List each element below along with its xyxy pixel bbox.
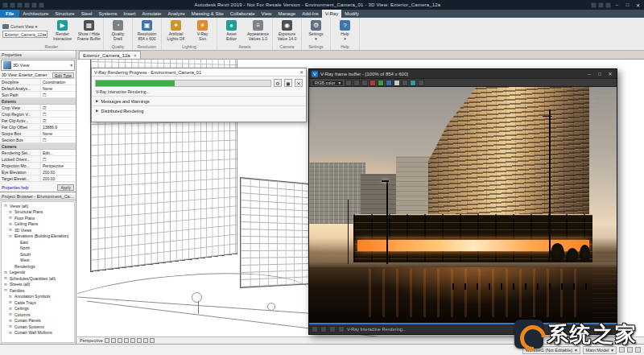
blue-channel-icon[interactable] [386,80,392,86]
expand-icon[interactable]: ⊞ [8,210,13,214]
tree-item-ceilings[interactable]: ⊞Ceilings [2,306,74,312]
resolution-button[interactable]: ▣ Resolution 854 x 600 [134,19,159,43]
properties-header[interactable]: Properties [0,51,76,59]
property-row-default-analysis[interactable]: Default Analys...None [0,85,76,92]
render-interactive-button[interactable]: ▶ Render Interactive [50,19,75,43]
frame-buffer-title-bar[interactable]: V V-Ray frame buffer - [100% of 854 x 60… [309,69,617,78]
tab-architecture[interactable]: Architecture [19,10,52,18]
checkbox[interactable]: ☐ [40,137,76,142]
sign-in-icon[interactable] [598,2,604,8]
reveal-hidden-icon[interactable] [150,338,155,343]
settings-button[interactable]: ⚙ Settings ▾ [303,19,328,43]
property-row-eye-elevation[interactable]: Eye Elevation200.00 [0,169,76,175]
asset-editor-button[interactable]: ● Asset Editor [219,19,244,43]
expand-icon[interactable]: ⊞ [8,228,13,232]
tree-item-legends[interactable]: ⊞Legends [2,270,74,276]
edit-type-button[interactable]: Edit Type [52,72,74,78]
tab-systems[interactable]: Systems [95,10,120,18]
close-icon[interactable]: ✕ [606,70,614,77]
tab-collaborate[interactable]: Collaborate [227,10,258,18]
tree-item-curtain-panels[interactable]: ⊞Curtain Panels [2,318,74,324]
property-row-scope-box[interactable]: Scope BoxNone [0,130,76,137]
tree-item-cable-trays[interactable]: ⊞Cable Trays [2,299,74,306]
current-view-selector[interactable]: Current View▾ Exterior_Camera_12a▾ [2,19,48,43]
redo-icon[interactable] [31,2,37,8]
appearance-values-button[interactable]: ≡ Appearance Values 1.0 [246,19,270,43]
crop-view-icon[interactable] [130,338,135,343]
tree-item-south[interactable]: South [2,251,74,258]
tab-massing-site[interactable]: Massing & Site [188,10,227,18]
checkbox[interactable]: ☐ [40,111,76,117]
print-icon[interactable] [39,2,44,8]
tab-file[interactable]: File [0,10,19,18]
undo-icon[interactable] [24,2,30,8]
expand-icon[interactable]: ⊞ [8,324,13,328]
expand-icon[interactable]: ⊞ [8,312,13,316]
tree-item-curtain-systems[interactable]: ⊞Curtain Systems [2,324,74,330]
tree-item-north[interactable]: North [2,246,74,252]
tree-item-families[interactable]: ⊟Families [2,287,74,294]
tree-item-schedules[interactable]: ⊞Schedules/Quantities (all) [2,275,74,282]
apply-button[interactable]: Apply [57,184,74,191]
tab-steel[interactable]: Steel [78,10,96,18]
save-icon[interactable] [17,2,23,8]
expand-icon[interactable]: ⊞ [3,283,8,287]
temporary-hide-icon[interactable] [143,338,148,343]
history-icon[interactable] [329,326,336,332]
lens-effects-icon[interactable] [338,326,345,332]
expand-icon[interactable]: ⊞ [8,331,13,335]
expand-icon[interactable]: ⊞ [3,276,8,280]
current-view-dropdown[interactable]: Exterior_Camera_12a▾ [2,31,47,38]
gear-icon[interactable]: ⚙ [274,79,282,87]
vray-sun-button[interactable]: ☀ V-Ray Sun [190,19,215,43]
tab-structure[interactable]: Structure [52,10,77,18]
tree-item-west[interactable]: West [2,258,74,264]
tab-annotate[interactable]: Annotate [138,10,164,18]
property-row-crop-region[interactable]: Crop Region V...☐ [0,111,76,118]
show-hide-frame-buffer-button[interactable]: ▦ Show / Hide Frame Buffer [76,19,101,43]
checkbox[interactable]: ☑ [40,118,76,123]
expand-icon[interactable]: ⊞ [3,270,8,275]
type-selector[interactable]: 3D View ▾ [1,60,75,71]
expand-icon[interactable]: ⊞ [8,307,13,311]
checkbox[interactable]: ☐ [40,156,76,162]
restore-button[interactable]: □ [623,2,632,9]
property-row-far-clip-active[interactable]: Far Clip Activ...☑ [0,118,76,124]
tree-item-structural-plans[interactable]: ⊞Structural Plans [2,209,74,216]
close-icon[interactable]: ✕ [299,69,303,75]
tree-item-floor-plans[interactable]: ⊞Floor Plans [2,215,74,221]
visual-style-icon[interactable] [105,338,109,343]
close-view-tab-icon[interactable]: ✕ [134,53,137,58]
checkbox[interactable]: ☐ [40,92,76,97]
tree-item-renderings[interactable]: Renderings [2,263,74,270]
open-icon[interactable] [10,2,15,8]
close-button[interactable]: ✕ [634,2,642,9]
checkbox[interactable]: ☑ [40,105,76,110]
search-icon[interactable] [591,2,597,8]
tab-view[interactable]: View [258,10,275,18]
exposure-value-button[interactable]: ◉ Exposure Value 14.0 [275,19,299,43]
expand-icon[interactable]: ⊞ [8,295,13,299]
distributed-rendering-section[interactable]: ▶ Distributed Rendering [92,105,306,115]
red-channel-icon[interactable] [369,80,376,86]
collapse-icon[interactable]: ⊟ [3,204,8,208]
tree-item-columns[interactable]: ⊞Columns [2,312,74,318]
collapse-icon[interactable]: ⊟ [8,234,13,238]
clear-log-icon[interactable]: ✕ [295,79,303,87]
tab-vray[interactable]: V-Ray [322,10,341,18]
pause-icon[interactable] [320,326,327,332]
rendering-dialog-icon[interactable] [124,338,129,343]
tab-insert[interactable]: Insert [120,10,138,18]
stop-render-icon[interactable]: ◼ [284,79,292,87]
property-row-crop-view[interactable]: Crop View☑ [0,105,76,111]
tree-item-annotation-symbols[interactable]: ⊞Annotation Symbols [2,294,74,300]
property-row-far-clip-offset[interactable]: Far Clip Offset13886.9 [0,124,76,130]
crop-region-icon[interactable] [137,338,142,343]
color-correction-icon[interactable] [410,80,416,86]
minimize-icon[interactable]: – [585,70,593,77]
monochrome-icon[interactable] [402,80,408,86]
tree-item-ceiling-plans[interactable]: ⊞Ceiling Plans [2,221,74,228]
property-row-projection-mode[interactable]: Projection Mo...Perspective [0,163,76,169]
collapse-icon[interactable]: ⊟ [3,288,8,292]
edit-rendering-settings-button[interactable]: Edit... [40,150,76,155]
